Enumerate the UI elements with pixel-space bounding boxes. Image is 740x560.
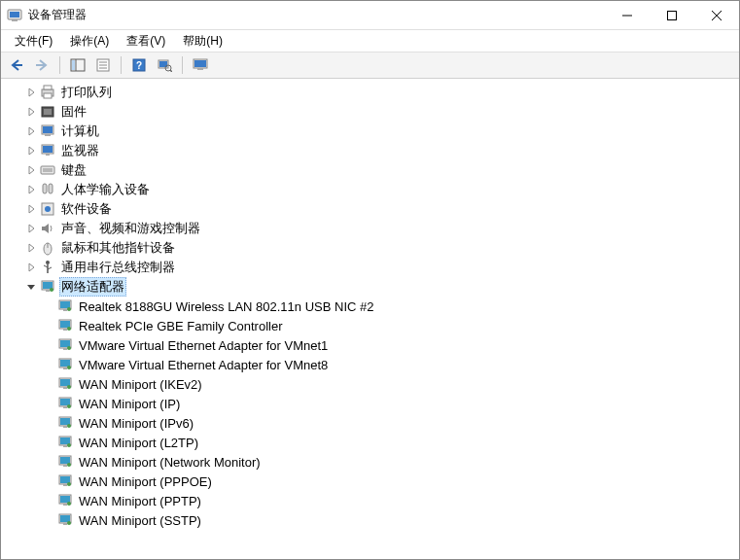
toolbar-monitor-button[interactable] xyxy=(189,54,212,76)
tree-child-label[interactable]: WAN Miniport (Network Monitor) xyxy=(77,454,263,471)
chevron-right-icon[interactable] xyxy=(24,241,38,255)
chevron-down-icon[interactable] xyxy=(24,280,38,294)
network-adapter-icon xyxy=(57,357,73,372)
tree-node-label[interactable]: 固件 xyxy=(59,102,88,122)
tree-child-label[interactable]: VMware Virtual Ethernet Adapter for VMne… xyxy=(77,337,330,354)
tree-child-label[interactable]: WAN Miniport (IPv6) xyxy=(77,415,195,432)
tree-node[interactable]: 鼠标和其他指针设备 xyxy=(9,238,739,258)
network-adapter-icon xyxy=(57,454,73,470)
title-bar: 设备管理器 xyxy=(1,1,739,30)
chevron-right-icon[interactable] xyxy=(24,124,38,138)
toolbar-scan-button[interactable] xyxy=(153,54,176,76)
software-icon xyxy=(40,201,55,217)
tree-node-label[interactable]: 网络适配器 xyxy=(59,277,126,297)
svg-rect-24 xyxy=(197,68,203,70)
tree-child-label[interactable]: WAN Miniport (IP) xyxy=(77,396,182,412)
toolbar-help-button[interactable]: ? xyxy=(127,54,151,76)
chevron-right-icon[interactable] xyxy=(24,183,38,196)
toolbar-properties-button[interactable] xyxy=(91,54,115,76)
tree-child-label[interactable]: Realtek 8188GU Wireless LAN 802.11n USB … xyxy=(77,298,375,315)
tree-node[interactable]: 监视器 xyxy=(9,141,739,160)
toolbar-back-button[interactable] xyxy=(5,54,28,76)
tree-child-node[interactable]: WAN Miniport (IKEv2) xyxy=(9,374,739,394)
close-button[interactable] xyxy=(694,1,739,30)
tree-node-label[interactable]: 人体学输入设备 xyxy=(59,180,152,199)
menu-action[interactable]: 操作(A) xyxy=(62,31,117,52)
svg-rect-23 xyxy=(194,60,206,67)
firmware-icon xyxy=(40,104,55,120)
minimize-button[interactable] xyxy=(605,1,650,30)
tree-node[interactable]: 网络适配器 xyxy=(9,277,739,297)
tree-child-node[interactable]: WAN Miniport (L2TP) xyxy=(9,433,739,452)
tree-node[interactable]: 键盘 xyxy=(9,160,739,180)
tree-child-label[interactable]: WAN Miniport (PPPOE) xyxy=(77,473,214,490)
chevron-right-icon[interactable] xyxy=(24,86,38,99)
tree-node[interactable]: 计算机 xyxy=(9,122,739,141)
svg-line-21 xyxy=(170,70,172,72)
tree-child-label[interactable]: WAN Miniport (IKEv2) xyxy=(77,376,204,393)
toolbar-forward-button[interactable] xyxy=(30,54,53,76)
tree-child-label[interactable]: WAN Miniport (SSTP) xyxy=(77,512,203,529)
tree-node[interactable]: 通用串行总线控制器 xyxy=(9,258,739,277)
toolbar-separator xyxy=(121,56,122,74)
tree-node-label[interactable]: 监视器 xyxy=(59,141,101,160)
tree-child-node[interactable]: WAN Miniport (IPv6) xyxy=(9,413,739,433)
panel-icon xyxy=(70,58,86,72)
network-adapter-icon xyxy=(57,396,73,411)
tree-node-label[interactable]: 打印队列 xyxy=(59,83,114,102)
tree-child-node[interactable]: VMware Virtual Ethernet Adapter for VMne… xyxy=(9,355,739,374)
network-adapter-icon xyxy=(57,337,73,353)
chevron-right-icon[interactable] xyxy=(24,105,38,119)
chevron-right-icon[interactable] xyxy=(24,163,38,177)
back-icon xyxy=(9,58,24,72)
network-adapter-icon xyxy=(57,376,73,392)
tree-child-label[interactable]: VMware Virtual Ethernet Adapter for VMne… xyxy=(77,357,330,373)
help-icon: ? xyxy=(132,58,146,72)
chevron-right-icon[interactable] xyxy=(24,222,38,235)
tree-node-label[interactable]: 声音、视频和游戏控制器 xyxy=(59,219,202,238)
svg-rect-1 xyxy=(10,12,19,18)
tree-node[interactable]: 固件 xyxy=(9,102,739,122)
tree-child-node[interactable]: WAN Miniport (Network Monitor) xyxy=(9,452,739,472)
menu-help[interactable]: 帮助(H) xyxy=(175,31,230,52)
network-adapter-icon xyxy=(57,318,73,333)
chevron-right-icon[interactable] xyxy=(24,202,38,216)
tree-node[interactable]: 人体学输入设备 xyxy=(9,180,739,199)
hid-icon xyxy=(40,182,55,197)
tree-node-label[interactable]: 软件设备 xyxy=(59,199,114,219)
menu-bar: 文件(F) 操作(A) 查看(V) 帮助(H) xyxy=(1,30,739,52)
menu-view[interactable]: 查看(V) xyxy=(119,31,173,52)
app-icon xyxy=(7,8,22,23)
device-tree[interactable]: 打印队列固件计算机监视器键盘人体学输入设备软件设备声音、视频和游戏控制器鼠标和其… xyxy=(1,79,739,559)
tree-child-node[interactable]: VMware Virtual Ethernet Adapter for VMne… xyxy=(9,335,739,355)
tree-node-label[interactable]: 键盘 xyxy=(59,160,88,180)
tree-node-label[interactable]: 计算机 xyxy=(59,122,101,141)
tree-child-node[interactable]: WAN Miniport (IP) xyxy=(9,394,739,413)
tree-child-node[interactable]: WAN Miniport (PPPOE) xyxy=(9,472,739,491)
tree-child-label[interactable]: WAN Miniport (L2TP) xyxy=(77,435,200,451)
tree-child-node[interactable]: Realtek 8188GU Wireless LAN 802.11n USB … xyxy=(9,297,739,316)
chevron-right-icon[interactable] xyxy=(24,261,38,274)
svg-rect-2 xyxy=(12,19,18,21)
tree-node-label[interactable]: 鼠标和其他指针设备 xyxy=(59,238,177,258)
computer-icon xyxy=(40,123,55,139)
network-adapter-icon xyxy=(57,415,73,431)
keyboard-icon xyxy=(40,162,55,178)
window-title: 设备管理器 xyxy=(28,7,87,23)
tree-child-label[interactable]: WAN Miniport (PPTP) xyxy=(77,493,203,509)
tree-child-node[interactable]: WAN Miniport (PPTP) xyxy=(9,491,739,510)
tree-node[interactable]: 声音、视频和游戏控制器 xyxy=(9,219,739,238)
tree-node[interactable]: 软件设备 xyxy=(9,199,739,219)
maximize-button[interactable] xyxy=(650,1,694,30)
forward-icon xyxy=(34,58,50,72)
tree-node-label[interactable]: 通用串行总线控制器 xyxy=(59,258,177,277)
toolbar: ? xyxy=(1,52,739,79)
menu-file[interactable]: 文件(F) xyxy=(7,31,60,52)
scan-icon xyxy=(157,58,172,72)
tree-node[interactable]: 打印队列 xyxy=(9,83,739,102)
tree-child-label[interactable]: Realtek PCIe GBE Family Controller xyxy=(77,318,285,334)
tree-child-node[interactable]: Realtek PCIe GBE Family Controller xyxy=(9,316,739,335)
tree-child-node[interactable]: WAN Miniport (SSTP) xyxy=(9,510,739,530)
chevron-right-icon[interactable] xyxy=(24,144,38,158)
toolbar-show-hide-button[interactable] xyxy=(66,54,89,76)
